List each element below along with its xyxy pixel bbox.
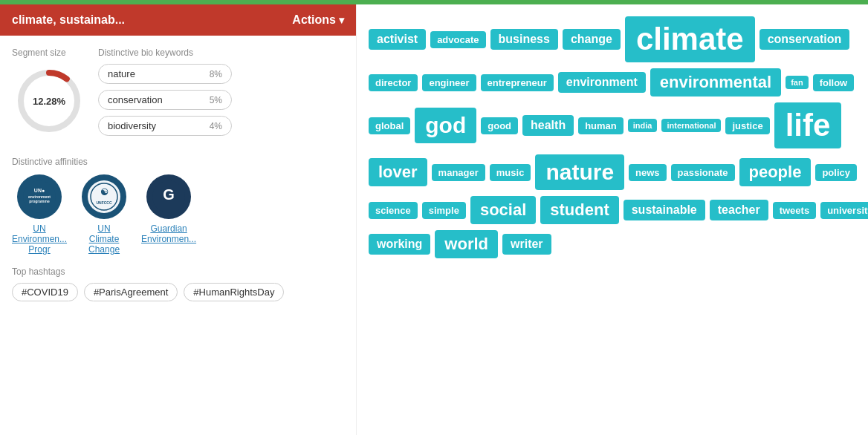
tag-life: life (774, 102, 842, 148)
bio-keywords-label: Distinctive bio keywords (98, 48, 344, 58)
tag-global: global (369, 117, 410, 134)
tag-world: world (435, 230, 498, 258)
tag-environment: environment (558, 72, 646, 93)
tag-business: business (490, 29, 558, 50)
affinities-section: Distinctive affinities UN● environment p… (12, 157, 344, 255)
hashtag-pill: #ParisAgreement (84, 283, 178, 301)
tag-good: good (481, 117, 518, 134)
left-content: Segment size 12.28% Distinctive bio keyw… (0, 36, 356, 319)
keyword-pill: nature8% (98, 64, 232, 84)
right-panel: activistadvocatebusinesschangeclimatecon… (357, 4, 868, 435)
svg-text:programme: programme (29, 199, 50, 203)
affinities-label: Distinctive affinities (12, 157, 344, 167)
tag-passionate: passionate (671, 164, 735, 181)
main-container: climate, sustainab... Actions Segment si… (0, 4, 868, 435)
svg-text:UN●: UN● (34, 188, 45, 193)
tag-environmental: environmental (650, 68, 781, 97)
hashtags-section: Top hashtags #COVID19#ParisAgreement#Hum… (12, 266, 344, 307)
tag-sustainable: sustainable (624, 200, 705, 220)
tag-social: social (470, 196, 536, 224)
tag-conservation: conservation (760, 29, 850, 50)
affinity-guardian: G GuardianEnvironmen... (141, 174, 196, 255)
word-row-4: sciencesimplesocialstudentsustainabletea… (369, 196, 856, 224)
affinity-link-un-env[interactable]: UNEnvironmen...Progr (12, 223, 67, 255)
tag-teacher: teacher (710, 200, 768, 220)
tag-entrepreneur: entrepreneur (481, 74, 554, 91)
tag-lover: lover (369, 158, 427, 186)
affinity-un-climate: ☯ UNFCCC UNClimateChange (82, 174, 126, 255)
tag-fan: fan (786, 76, 809, 89)
bio-keywords-section: Distinctive bio keywords nature8%conserv… (98, 48, 344, 142)
tag-music: music (490, 164, 531, 181)
donut-percentage: 12.28% (33, 96, 65, 107)
tag-engineer: engineer (422, 74, 476, 91)
tag-climate: climate (625, 16, 755, 62)
affinity-link-guardian[interactable]: GuardianEnvironmen... (141, 223, 196, 244)
tag-people: people (739, 158, 812, 186)
svg-text:UNFCCC: UNFCCC (96, 200, 111, 205)
tag-manager: manager (432, 164, 485, 181)
affinities-grid: UN● environment programme UNEnvironmen..… (12, 174, 344, 255)
tag-director: director (369, 74, 418, 91)
tag-science: science (369, 202, 418, 219)
tag-india: india (628, 119, 658, 132)
affinity-logo-un-env: UN● environment programme (17, 174, 62, 219)
hashtags-label: Top hashtags (12, 266, 344, 277)
word-row-2: globalgodgoodhealthhumanindiainternation… (369, 102, 856, 148)
tag-god: god (415, 108, 476, 143)
keyword-pill: biodiversity4% (98, 116, 232, 136)
tag-working: working (369, 234, 430, 255)
tag-simple: simple (422, 202, 466, 219)
tag-university: university (820, 202, 868, 219)
tag-justice: justice (725, 117, 769, 134)
keyword-pill: conservation5% (98, 90, 232, 110)
donut-chart: 12.28% (12, 64, 86, 138)
segment-size-label: Segment size (12, 48, 86, 58)
segment-size-section: Segment size 12.28% (12, 48, 86, 142)
svg-text:G: G (163, 186, 175, 203)
tag-nature: nature (535, 154, 624, 190)
word-row-0: activistadvocatebusinesschangeclimatecon… (369, 16, 856, 62)
tag-news: news (629, 164, 667, 181)
word-row-1: directorengineerentrepreneurenvironmente… (369, 68, 856, 97)
svg-text:☯: ☯ (100, 187, 108, 197)
tag-activist: activist (369, 29, 426, 50)
two-col-section: Segment size 12.28% Distinctive bio keyw… (12, 48, 344, 142)
tag-tweets: tweets (773, 202, 816, 219)
segment-header: climate, sustainab... Actions (0, 4, 356, 36)
segment-title: climate, sustainab... (12, 13, 125, 27)
hashtag-pill: #COVID19 (12, 283, 78, 301)
word-row-5: workingworldwriter (369, 230, 856, 258)
affinity-logo-guardian: G (146, 174, 191, 219)
affinity-link-un-climate[interactable]: UNClimateChange (88, 223, 120, 255)
word-row-3: lovermanagermusicnaturenewspassionatepeo… (369, 154, 856, 190)
tag-international: international (661, 119, 721, 132)
tag-student: student (540, 196, 618, 224)
hashtag-pills-container: #COVID19#ParisAgreement#HumanRightsDay (12, 283, 344, 307)
affinity-un-env: UN● environment programme UNEnvironmen..… (12, 174, 67, 255)
actions-button[interactable]: Actions (292, 13, 344, 27)
tag-policy: policy (815, 164, 857, 181)
tag-health: health (522, 115, 574, 136)
tag-follow: follow (813, 74, 855, 91)
tag-writer: writer (502, 234, 551, 255)
left-panel: climate, sustainab... Actions Segment si… (0, 4, 357, 435)
tag-change: change (563, 29, 621, 50)
tag-human: human (578, 117, 624, 134)
word-cloud: activistadvocatebusinesschangeclimatecon… (369, 16, 856, 258)
affinity-logo-un-climate: ☯ UNFCCC (82, 174, 126, 219)
tag-advocate: advocate (430, 31, 485, 48)
hashtag-pill: #HumanRightsDay (184, 283, 284, 301)
keyword-pills-container: nature8%conservation5%biodiversity4% (98, 64, 344, 142)
